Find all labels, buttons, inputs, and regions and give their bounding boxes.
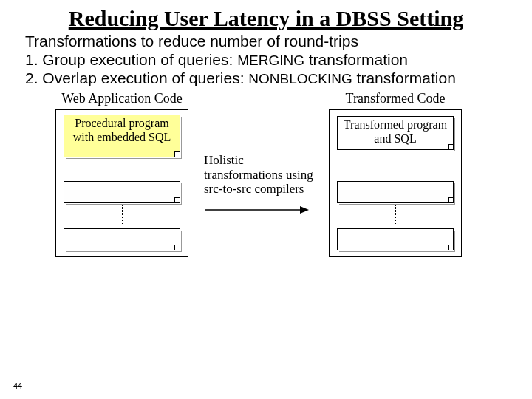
slide-title: Reducing User Latency in a DBSS Setting bbox=[0, 0, 532, 32]
diagram: Web Application Code Procedural program … bbox=[0, 91, 532, 283]
left-block-1-text: Procedural program with embedded SQL bbox=[73, 117, 171, 143]
right-stack-label: Transformed Code bbox=[318, 91, 473, 106]
left-block-3 bbox=[64, 228, 180, 250]
item1-keyword: MERGING bbox=[237, 52, 304, 68]
right-column: Transformed Code Transformed program and… bbox=[318, 91, 473, 257]
arrow-icon bbox=[205, 205, 309, 215]
intro-line: Transformations to reduce number of roun… bbox=[25, 32, 507, 50]
fold-icon bbox=[448, 245, 453, 250]
left-stack-label: Web Application Code bbox=[44, 91, 200, 106]
right-stack: Transformed program and SQL bbox=[329, 109, 462, 257]
svg-marker-1 bbox=[300, 206, 309, 214]
right-block-3 bbox=[337, 228, 454, 250]
middle-caption: Holistic transformations using src-to-sr… bbox=[204, 153, 313, 197]
fold-icon bbox=[174, 151, 180, 157]
fold-icon bbox=[174, 245, 180, 250]
item1-pre: 1. Group execution of queries: bbox=[25, 51, 237, 68]
dotted-connector bbox=[395, 205, 396, 225]
item-1: 1. Group execution of queries: MERGING t… bbox=[25, 50, 507, 69]
item1-post: transformation bbox=[304, 51, 408, 68]
right-block-1-text: Transformed program and SQL bbox=[344, 118, 447, 144]
fold-icon bbox=[448, 144, 453, 149]
item-2: 2. Overlap execution of queries: NONBLOC… bbox=[25, 69, 507, 88]
body-text: Transformations to reduce number of roun… bbox=[0, 32, 532, 89]
dotted-connector bbox=[122, 205, 123, 225]
left-block-1: Procedural program with embedded SQL bbox=[64, 115, 180, 157]
item2-keyword: NONBLOCKING bbox=[248, 71, 352, 86]
page-number: 44 bbox=[13, 381, 22, 390]
fold-icon bbox=[174, 197, 180, 202]
item2-pre: 2. Overlap execution of queries: bbox=[25, 69, 248, 86]
fold-icon bbox=[448, 197, 453, 202]
left-block-2 bbox=[64, 181, 180, 203]
left-stack: Procedural program with embedded SQL bbox=[55, 109, 188, 257]
right-block-1: Transformed program and SQL bbox=[337, 116, 454, 150]
right-block-2 bbox=[337, 181, 454, 203]
slide: Reducing User Latency in a DBSS Setting … bbox=[0, 0, 532, 399]
item2-post: transformation bbox=[352, 69, 456, 86]
left-column: Web Application Code Procedural program … bbox=[44, 91, 200, 257]
